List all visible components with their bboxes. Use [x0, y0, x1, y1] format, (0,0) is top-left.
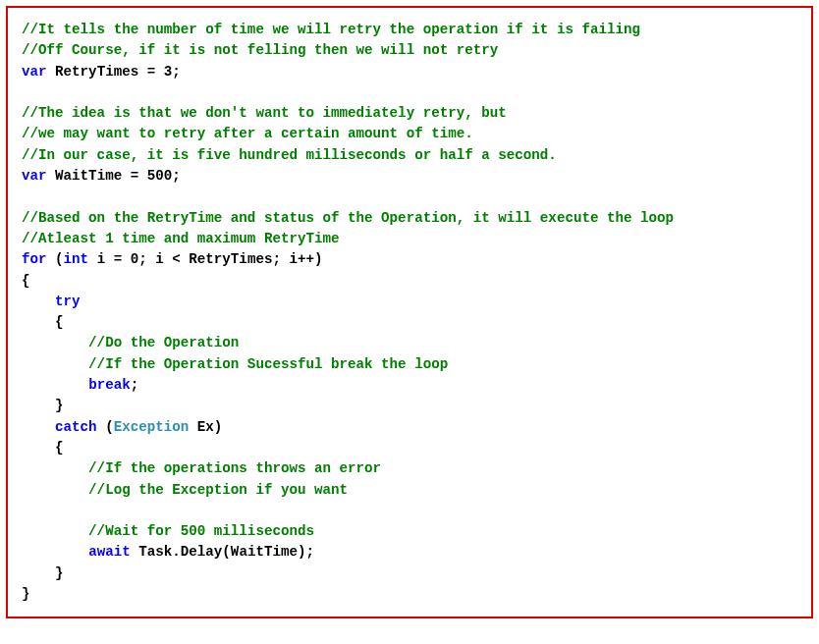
brace: }	[22, 586, 30, 602]
keyword-break: break	[88, 377, 131, 393]
comment-line: //Wait for 500 milliseconds	[22, 523, 314, 539]
indent	[22, 419, 55, 435]
indent	[22, 377, 88, 393]
keyword-for: for	[22, 251, 47, 267]
comment-line: //If the Operation Sucessful break the l…	[22, 356, 448, 372]
comment-line: //Off Course, if it is not felling then …	[22, 42, 498, 58]
code-text: WaitTime = 500;	[47, 168, 181, 184]
keyword-int: int	[64, 251, 89, 267]
code-text: Task.Delay(WaitTime);	[131, 544, 314, 560]
code-text: (	[97, 419, 114, 435]
indent	[22, 544, 88, 560]
comment-line: //Do the Operation	[22, 335, 239, 350]
keyword-var: var	[22, 168, 47, 184]
comment-line: //If the operations throws an error	[22, 460, 381, 476]
comment-line: //It tells the number of time we will re…	[22, 22, 640, 37]
code-text: (	[47, 251, 64, 267]
comment-line: //The idea is that we don't want to imme…	[22, 105, 507, 121]
comment-line: //In our case, it is five hundred millis…	[22, 147, 557, 163]
code-text: RetryTimes = 3;	[47, 64, 181, 80]
type-exception: Exception	[114, 419, 190, 435]
comment-line: //Atleast 1 time and maximum RetryTime	[22, 231, 340, 246]
brace: {	[22, 440, 64, 456]
comment-line: //we may want to retry after a certain a…	[22, 126, 473, 141]
brace: }	[22, 398, 64, 413]
comment-line: //Log the Exception if you want	[22, 482, 348, 498]
keyword-await: await	[88, 544, 131, 560]
keyword-try: try	[22, 294, 81, 309]
code-text: ;	[131, 377, 139, 393]
brace: {	[22, 273, 30, 289]
code-text: Ex)	[189, 419, 222, 435]
brace: {	[22, 314, 64, 330]
keyword-var: var	[22, 64, 47, 80]
comment-line: //Based on the RetryTime and status of t…	[22, 210, 674, 226]
code-text: i = 0; i < RetryTimes; i++)	[88, 251, 322, 267]
keyword-catch: catch	[55, 419, 97, 435]
code-block: //It tells the number of time we will re…	[6, 6, 813, 618]
brace: }	[22, 565, 64, 581]
